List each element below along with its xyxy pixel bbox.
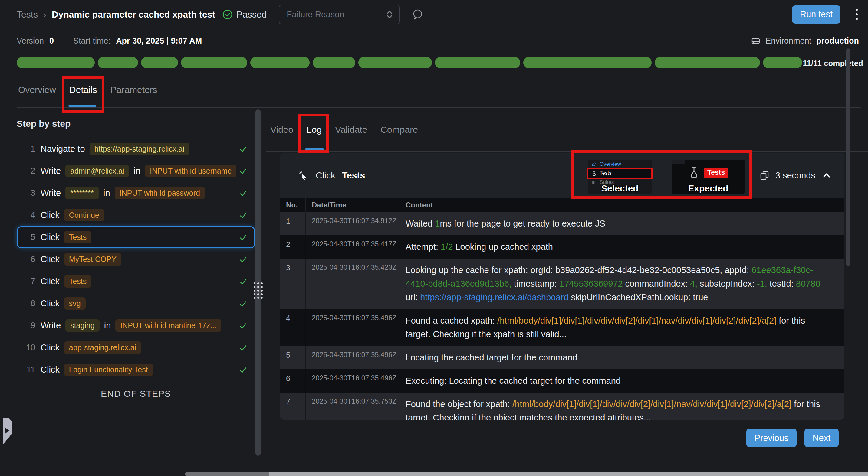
status-text: Passed xyxy=(236,9,267,20)
step-command-title: Click Tests xyxy=(298,153,365,198)
log-table-scrollbar[interactable] xyxy=(846,48,850,266)
step-row[interactable]: 1Navigate tohttps://app-staging.relicx.a… xyxy=(17,138,255,160)
step-row[interactable]: 7ClickTests xyxy=(17,270,255,293)
mini-nav-tests: Tests xyxy=(588,169,652,178)
log-table: No. Date/Time Content 12025-04-30T16:07:… xyxy=(280,198,844,420)
step-success-check-icon xyxy=(239,343,248,352)
progress-segment[interactable] xyxy=(763,57,802,68)
steps-scrollbar[interactable] xyxy=(255,109,261,456)
active-tab-underline xyxy=(68,105,96,107)
page-title: Dynamic parameter cached xpath test xyxy=(52,9,215,20)
step-row[interactable]: 3Write********inINPUT with id password xyxy=(17,182,255,204)
log-row[interactable]: 22025-04-30T16:07:35.417ZAttempt: 1/2 Lo… xyxy=(280,235,844,259)
step-row[interactable]: 10Clickapp-staging.relicx.ai xyxy=(17,337,255,359)
horizontal-scrollbar-thumb[interactable] xyxy=(185,472,269,476)
step-target-badge: Continue xyxy=(64,209,104,222)
version-label: Version xyxy=(17,36,44,46)
tab-validate[interactable]: Validate xyxy=(335,125,367,138)
next-button[interactable]: Next xyxy=(804,429,839,447)
end-of-steps-label: END OF STEPS xyxy=(17,388,255,399)
step-action-text: Click xyxy=(40,365,60,375)
log-row[interactable]: 42025-04-30T16:07:35.496ZFound a cached … xyxy=(280,309,844,346)
log-table-header: No. Date/Time Content xyxy=(280,198,844,212)
log-row-content: Attempt: 1/2 Looking up cached xpath xyxy=(400,235,844,259)
step-action-text: Write xyxy=(40,166,61,176)
expand-arrow-icon xyxy=(5,427,9,434)
tab-details[interactable]: Details xyxy=(69,85,97,98)
step-success-check-icon xyxy=(239,167,248,176)
col-header-datetime: Date/Time xyxy=(306,198,400,212)
progress-segment[interactable] xyxy=(435,57,520,68)
selected-screenshot-thumb[interactable]: Overview Tests Suites Selected xyxy=(588,160,652,194)
step-by-step-panel: Step by step 1Navigate tohttps://app-sta… xyxy=(17,118,255,399)
progress-segment[interactable] xyxy=(523,57,652,68)
log-row-content: Locating the cached target for the comma… xyxy=(400,346,844,369)
tab-video[interactable]: Video xyxy=(270,125,293,138)
step-number: 6 xyxy=(22,254,35,264)
horizontal-scrollbar[interactable] xyxy=(185,472,868,476)
progress-segment[interactable] xyxy=(250,57,310,68)
step-action-text: Click xyxy=(40,343,60,352)
run-test-button[interactable]: Run test xyxy=(792,5,840,24)
step-action-text: Write xyxy=(40,188,61,198)
expected-screenshot-thumb[interactable]: Tests Expected xyxy=(672,160,745,194)
step-target-badge: INPUT with id mantine-17z... xyxy=(115,319,221,332)
step-row[interactable]: 6ClickMyTest COPY xyxy=(17,248,255,270)
step-row[interactable]: 2Writeadmin@relicx.aiinINPUT with id use… xyxy=(17,160,255,182)
step-row[interactable]: 5ClickTests xyxy=(17,226,255,248)
log-row[interactable]: 72025-04-30T16:07:35.753ZFound the objec… xyxy=(280,393,844,420)
log-row-timestamp: 2025-04-30T16:07:35.496Z xyxy=(306,346,400,369)
breadcrumb-tests-link[interactable]: Tests xyxy=(17,9,38,20)
tab-log[interactable]: Log xyxy=(307,125,322,138)
progress-segment[interactable] xyxy=(655,57,760,68)
step-row[interactable]: 11ClickLogin Functionality Test xyxy=(17,359,255,381)
log-row-content: Waited 1ms for the page to get ready to … xyxy=(400,212,844,235)
previous-button[interactable]: Previous xyxy=(746,429,797,447)
step-row[interactable]: 4ClickContinue xyxy=(17,204,255,226)
step-number: 7 xyxy=(22,277,35,286)
select-chevrons-icon xyxy=(386,9,393,20)
environment-icon xyxy=(751,36,761,46)
step-number: 2 xyxy=(22,166,35,176)
panel-resize-handle[interactable] xyxy=(254,282,263,299)
step-target-badge: INPUT with id password xyxy=(115,187,205,199)
log-row[interactable]: 62025-04-30T16:07:35.496ZExecuting: Loca… xyxy=(280,369,844,393)
log-row-number: 7 xyxy=(280,393,306,420)
pagination-buttons: Previous Next xyxy=(746,429,839,447)
log-tabs-divider xyxy=(266,151,868,152)
step-row[interactable]: 8Clicksvg xyxy=(17,293,255,314)
step-target-badge: Login Functionality Test xyxy=(64,364,153,376)
step-progress-bar xyxy=(17,57,802,68)
log-row[interactable]: 52025-04-30T16:07:35.496ZLocating the ca… xyxy=(280,346,844,369)
tab-overview[interactable]: Overview xyxy=(18,85,56,98)
failure-reason-select[interactable]: Failure Reason xyxy=(279,4,400,25)
step-action-text: Click xyxy=(40,210,60,220)
log-row-timestamp: 2025-04-30T16:07:35.496Z xyxy=(306,309,400,346)
log-row[interactable]: 32025-04-30T16:07:35.423ZLooking up the … xyxy=(280,259,844,309)
log-link[interactable]: https://app-staging.relicx.ai/dashboard xyxy=(420,293,568,302)
log-row-timestamp: 2025-04-30T16:07:35.496Z xyxy=(306,369,400,393)
log-row-number: 1 xyxy=(280,212,306,235)
step-success-check-icon xyxy=(239,365,248,374)
log-row-timestamp: 2025-04-30T16:07:35.753Z xyxy=(306,393,400,420)
log-row-number: 5 xyxy=(280,346,306,369)
step-row[interactable]: 9WritestaginginINPUT with id mantine-17z… xyxy=(17,314,255,337)
progress-segment[interactable] xyxy=(313,57,355,68)
step-value-badge: staging xyxy=(65,319,100,332)
expand-panel-handle[interactable] xyxy=(3,418,11,445)
progress-segment[interactable] xyxy=(141,57,178,68)
step-success-check-icon xyxy=(239,299,248,308)
test-run-page: Tests › Dynamic parameter cached xpath t… xyxy=(0,0,868,476)
progress-segment[interactable] xyxy=(358,57,432,68)
progress-segment[interactable] xyxy=(17,57,95,68)
collapse-chevron-up-icon[interactable] xyxy=(822,171,832,179)
progress-segment[interactable] xyxy=(98,57,138,68)
tab-parameters[interactable]: Parameters xyxy=(111,85,157,98)
log-row[interactable]: 12025-04-30T16:07:34.912ZWaited 1ms for … xyxy=(280,212,844,235)
comment-bubble-icon[interactable] xyxy=(411,8,424,21)
copy-icon[interactable] xyxy=(760,171,769,180)
tab-compare[interactable]: Compare xyxy=(380,125,417,138)
command-action: Click xyxy=(316,170,335,180)
more-options-kebab-icon[interactable] xyxy=(855,7,859,21)
progress-segment[interactable] xyxy=(181,57,247,68)
